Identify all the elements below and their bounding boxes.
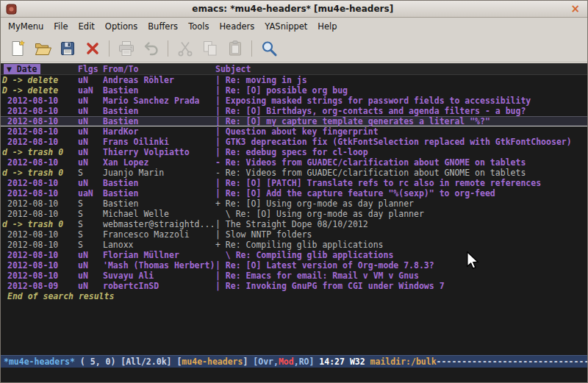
- message-from: webmaster@straightd...: [103, 219, 215, 229]
- message-date: 2012-08-10: [1, 229, 78, 240]
- new-file-button[interactable]: [7, 38, 28, 60]
- message-from: Xan Lopez: [103, 157, 215, 168]
- open-file-button[interactable]: [32, 38, 53, 60]
- message-subject: - Re: Videos from GUADEC/clarification a…: [215, 157, 587, 168]
- message-flags: uN: [78, 271, 103, 281]
- buffer-area: ▼ Date Flgs From/To Subject D -> delete …: [1, 62, 587, 382]
- message-from: Michael Welle: [103, 209, 215, 219]
- message-flags: uN: [78, 147, 103, 157]
- message-row[interactable]: d -> trash 0 uN Thierry Volpiatto | Re: …: [1, 147, 587, 157]
- modeline-segment-default: ]: [243, 357, 253, 367]
- menu-options[interactable]: Options: [100, 18, 143, 35]
- message-row[interactable]: 2012-08-09 uN robertcInSD | Re: Invoking…: [1, 281, 587, 291]
- message-flags: uN: [78, 106, 103, 116]
- message-row[interactable]: 2012-08-10 S Michael Welle \ Re: [O] Usi…: [1, 209, 587, 219]
- message-mark: D -> delete: [1, 75, 78, 85]
- message-row[interactable]: d -> trash 0 S Juanjo Marin - Re: Videos…: [1, 168, 587, 178]
- end-of-results: End of search results: [1, 291, 587, 301]
- message-flags: uN: [78, 116, 103, 126]
- menu-mymenu[interactable]: MyMenu: [3, 18, 49, 35]
- message-row[interactable]: 2012-08-10 S Bastien + Re: [O] Using org…: [1, 198, 587, 209]
- column-flags[interactable]: Flgs: [78, 64, 103, 74]
- message-row[interactable]: 2012-08-10 uN Mario Sanchez Prada | Expo…: [1, 96, 587, 106]
- message-from: Bastien: [103, 198, 215, 209]
- message-date: 2012-08-10: [1, 116, 78, 126]
- undo-button: [140, 38, 162, 60]
- title-bar[interactable]: emacs: *mu4e-headers* [mu4e-headers] ×: [1, 1, 587, 18]
- message-row[interactable]: 2012-08-10 uN Bastien | Re: [O] Birthday…: [1, 106, 587, 116]
- message-subject: | Re: [O] Add the capture feature "%(sex…: [215, 188, 587, 198]
- message-from: Bastien: [103, 116, 215, 126]
- new-file-icon: [9, 40, 26, 57]
- emacs-window: emacs: *mu4e-headers* [mu4e-headers] × M…: [0, 0, 588, 383]
- modeline-segment-default: ( 5, 0) [All/2.0k]: [80, 357, 177, 367]
- save-buffer-button[interactable]: [57, 38, 78, 60]
- message-date: 2012-08-10: [1, 209, 78, 219]
- message-flags: uN: [78, 75, 103, 85]
- message-flags: uN: [78, 96, 103, 106]
- toolbar: [1, 35, 587, 62]
- menu-yasnippet[interactable]: YASnippet: [259, 18, 312, 35]
- menu-buffers[interactable]: Buffers: [143, 18, 183, 35]
- message-row[interactable]: 2012-08-10 uN Bastien | Re: [O] [PATCH] …: [1, 178, 587, 188]
- message-subject: | Re: [O] Latest version of Org-mode 7.8…: [215, 260, 587, 271]
- message-row[interactable]: 2012-08-10 S Lanoxx + Re: Compiling glib…: [1, 240, 587, 250]
- message-flags: uN: [78, 260, 103, 271]
- message-row[interactable]: D -> delete uN Andreas Röhler | Re: movi…: [1, 75, 587, 85]
- message-subject: + Re: [O] Using org-mode as day planner: [215, 198, 587, 209]
- header-line: ▼ Date Flgs From/To Subject: [1, 63, 587, 75]
- message-row[interactable]: d -> trash 0 S webmaster@straightd... | …: [1, 219, 587, 229]
- close-button[interactable]: ×: [568, 4, 582, 15]
- modeline-segment-buffer: *mu4e-headers*: [4, 357, 80, 367]
- kill-buffer-button[interactable]: [82, 38, 103, 60]
- message-row[interactable]: 2012-08-10 uN Bastien | Re: [O] my captu…: [1, 116, 587, 126]
- message-date: 2012-08-10: [1, 106, 78, 116]
- column-date-cell: ▼ Date: [1, 64, 78, 74]
- message-flags: S: [78, 240, 103, 250]
- paste-button: [224, 38, 245, 60]
- menu-help[interactable]: Help: [312, 18, 342, 35]
- message-row[interactable]: 2012-08-10 uN Frans Oilinki | GTK3 depre…: [1, 137, 587, 147]
- message-subject: | Re: [O] possible org bug: [215, 85, 587, 96]
- message-date: 2012-08-10: [1, 250, 78, 260]
- column-subject[interactable]: Subject: [215, 64, 587, 74]
- message-subject: | Re: Invoking GnuPG from CGI under Wind…: [215, 281, 587, 291]
- cut-button: [174, 38, 196, 60]
- message-from: Frans Oilinki: [103, 137, 215, 147]
- message-subject: | Exposing masked strings for password f…: [215, 96, 587, 106]
- message-from: Suvayu Ali: [103, 271, 215, 281]
- message-from: Florian Müllner: [103, 250, 215, 260]
- message-subject: - Re: Videos from GUADEC/clarification a…: [215, 168, 587, 178]
- message-date: 2012-08-10: [1, 198, 78, 209]
- message-from: 'Mash (Thomas Herbert): [103, 260, 215, 271]
- message-flags: S: [78, 219, 103, 229]
- message-subject: | Re: edebug specs for cl-loop: [215, 147, 587, 157]
- message-from: Francesco Mazzoli: [103, 229, 215, 240]
- message-subject: | Re: Emacs for email: Rmail v VM v Gnus: [215, 271, 587, 281]
- menu-file[interactable]: File: [49, 18, 73, 35]
- menu-headers[interactable]: Headers: [214, 18, 259, 35]
- message-row[interactable]: 2012-08-10 uN Xan Lopez - Re: Videos fro…: [1, 157, 587, 168]
- menu-tools[interactable]: Tools: [183, 18, 214, 35]
- column-from[interactable]: From/To: [103, 64, 215, 74]
- modeline-segment-ovr: ,RO]: [294, 357, 320, 367]
- modeline-segment-time: 14:27 W32: [319, 357, 370, 367]
- message-row[interactable]: 2012-08-10 S Francesco Mazzoli | Slow NN…: [1, 229, 587, 240]
- menu-edit[interactable]: Edit: [74, 18, 100, 35]
- message-flags: uN: [78, 250, 103, 260]
- message-flags: uN: [78, 178, 103, 188]
- message-date: 2012-08-10: [1, 96, 78, 106]
- message-subject: \ Re: [O] Using org-mode as day planner: [215, 209, 587, 219]
- echo-area[interactable]: [1, 368, 587, 382]
- message-row[interactable]: 2012-08-10 uaN Bastien | Re: [O] Add the…: [1, 188, 587, 198]
- message-flags: S: [78, 229, 103, 240]
- message-row[interactable]: 2012-08-10 uN 'Mash (Thomas Herbert) | R…: [1, 260, 587, 271]
- message-row[interactable]: D -> delete uaN Bastien | Re: [O] possib…: [1, 85, 587, 96]
- undo-icon: [143, 40, 160, 57]
- sort-by-date-column[interactable]: ▼ Date: [4, 64, 40, 74]
- message-row[interactable]: 2012-08-10 uN HardKor | Question about k…: [1, 126, 587, 137]
- message-from: Bastien: [103, 85, 215, 96]
- message-row[interactable]: 2012-08-10 uN Florian Müllner \ Re: Comp…: [1, 250, 587, 260]
- search-button[interactable]: [258, 38, 279, 60]
- message-row[interactable]: 2012-08-10 uN Suvayu Ali | Re: Emacs for…: [1, 271, 587, 281]
